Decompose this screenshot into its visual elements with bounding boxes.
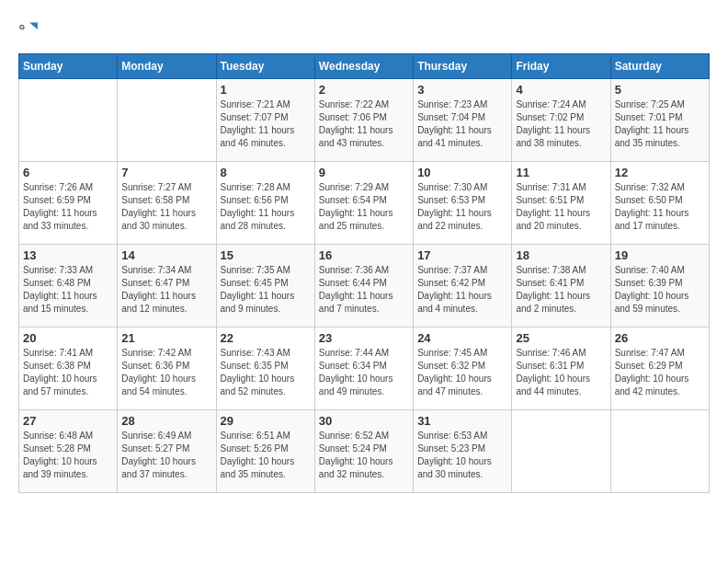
calendar-cell: 12Sunrise: 7:32 AM Sunset: 6:50 PM Dayli… — [610, 162, 709, 245]
calendar-cell: 26Sunrise: 7:47 AM Sunset: 6:29 PM Dayli… — [610, 327, 709, 410]
day-number: 24 — [417, 331, 507, 345]
cell-content: Sunrise: 6:49 AM Sunset: 5:27 PM Dayligh… — [121, 430, 211, 481]
day-number: 17 — [417, 248, 507, 262]
svg-text:G: G — [19, 23, 25, 31]
calendar-cell: 6Sunrise: 7:26 AM Sunset: 6:59 PM Daylig… — [19, 162, 118, 245]
cell-content: Sunrise: 7:22 AM Sunset: 7:06 PM Dayligh… — [319, 98, 409, 150]
day-number: 28 — [121, 414, 211, 428]
day-number: 27 — [23, 414, 113, 428]
calendar-cell: 15Sunrise: 7:35 AM Sunset: 6:45 PM Dayli… — [216, 245, 314, 327]
day-number: 5 — [615, 83, 705, 97]
day-number: 12 — [615, 166, 705, 179]
calendar-table: SundayMondayTuesdayWednesdayThursdayFrid… — [18, 53, 710, 493]
cell-content: Sunrise: 7:46 AM Sunset: 6:31 PM Dayligh… — [516, 347, 606, 398]
cell-content: Sunrise: 7:23 AM Sunset: 7:04 PM Dayligh… — [417, 98, 507, 150]
weekday-header-thursday: Thursday — [414, 54, 512, 79]
cell-content: Sunrise: 6:48 AM Sunset: 5:28 PM Dayligh… — [23, 430, 113, 481]
calendar-cell: 25Sunrise: 7:46 AM Sunset: 6:31 PM Dayli… — [512, 327, 610, 410]
calendar-body: 1Sunrise: 7:21 AM Sunset: 7:07 PM Daylig… — [19, 79, 710, 493]
calendar-cell: 3Sunrise: 7:23 AM Sunset: 7:04 PM Daylig… — [414, 79, 512, 162]
cell-content: Sunrise: 6:51 AM Sunset: 5:26 PM Dayligh… — [221, 430, 311, 481]
page-header: G — [18, 18, 710, 39]
day-number: 14 — [121, 248, 211, 262]
calendar-cell: 5Sunrise: 7:25 AM Sunset: 7:01 PM Daylig… — [610, 79, 709, 162]
calendar-week-row: 1Sunrise: 7:21 AM Sunset: 7:07 PM Daylig… — [19, 79, 710, 162]
day-number: 8 — [221, 166, 311, 179]
day-number: 11 — [516, 166, 606, 179]
day-number: 16 — [319, 248, 409, 262]
weekday-header-sunday: Sunday — [19, 54, 118, 79]
calendar-cell: 20Sunrise: 7:41 AM Sunset: 6:38 PM Dayli… — [19, 327, 118, 410]
calendar-cell: 13Sunrise: 7:33 AM Sunset: 6:48 PM Dayli… — [19, 245, 118, 327]
cell-content: Sunrise: 7:25 AM Sunset: 7:01 PM Dayligh… — [615, 98, 705, 150]
cell-content: Sunrise: 7:40 AM Sunset: 6:39 PM Dayligh… — [615, 264, 705, 316]
cell-content: Sunrise: 7:45 AM Sunset: 6:32 PM Dayligh… — [417, 347, 507, 398]
calendar-cell — [610, 410, 709, 493]
day-number: 21 — [121, 331, 211, 345]
weekday-header-wednesday: Wednesday — [314, 54, 413, 79]
cell-content: Sunrise: 7:43 AM Sunset: 6:35 PM Dayligh… — [221, 347, 311, 398]
svg-marker-2 — [29, 22, 38, 29]
logo-icon: G — [18, 18, 39, 39]
calendar-cell: 27Sunrise: 6:48 AM Sunset: 5:28 PM Dayli… — [19, 410, 118, 493]
calendar-cell: 11Sunrise: 7:31 AM Sunset: 6:51 PM Dayli… — [512, 162, 610, 245]
cell-content: Sunrise: 7:42 AM Sunset: 6:36 PM Dayligh… — [121, 347, 211, 398]
day-number: 15 — [221, 248, 311, 262]
calendar-cell: 23Sunrise: 7:44 AM Sunset: 6:34 PM Dayli… — [314, 327, 413, 410]
cell-content: Sunrise: 7:35 AM Sunset: 6:45 PM Dayligh… — [221, 264, 311, 316]
cell-content: Sunrise: 7:34 AM Sunset: 6:47 PM Dayligh… — [121, 264, 211, 316]
cell-content: Sunrise: 7:47 AM Sunset: 6:29 PM Dayligh… — [615, 347, 705, 398]
cell-content: Sunrise: 7:32 AM Sunset: 6:50 PM Dayligh… — [615, 181, 705, 233]
day-number: 30 — [319, 414, 409, 428]
day-number: 6 — [23, 166, 113, 179]
calendar-cell: 14Sunrise: 7:34 AM Sunset: 6:47 PM Dayli… — [118, 245, 216, 327]
day-number: 3 — [417, 83, 507, 97]
day-number: 26 — [615, 331, 705, 345]
day-number: 9 — [319, 166, 409, 179]
cell-content: Sunrise: 7:44 AM Sunset: 6:34 PM Dayligh… — [319, 347, 409, 398]
calendar-cell: 21Sunrise: 7:42 AM Sunset: 6:36 PM Dayli… — [118, 327, 216, 410]
cell-content: Sunrise: 7:21 AM Sunset: 7:07 PM Dayligh… — [221, 98, 311, 150]
calendar-cell: 17Sunrise: 7:37 AM Sunset: 6:42 PM Dayli… — [414, 245, 512, 327]
cell-content: Sunrise: 7:24 AM Sunset: 7:02 PM Dayligh… — [516, 98, 606, 150]
calendar-cell: 28Sunrise: 6:49 AM Sunset: 5:27 PM Dayli… — [118, 410, 216, 493]
cell-content: Sunrise: 7:30 AM Sunset: 6:53 PM Dayligh… — [417, 181, 507, 233]
day-number: 7 — [121, 166, 211, 179]
day-number: 22 — [221, 331, 311, 345]
calendar-week-row: 6Sunrise: 7:26 AM Sunset: 6:59 PM Daylig… — [19, 162, 710, 245]
weekday-header-friday: Friday — [512, 54, 610, 79]
day-number: 23 — [319, 331, 409, 345]
day-number: 13 — [23, 248, 113, 262]
cell-content: Sunrise: 7:33 AM Sunset: 6:48 PM Dayligh… — [23, 264, 113, 316]
calendar-cell: 30Sunrise: 6:52 AM Sunset: 5:24 PM Dayli… — [314, 410, 413, 493]
calendar-cell: 2Sunrise: 7:22 AM Sunset: 7:06 PM Daylig… — [314, 79, 413, 162]
cell-content: Sunrise: 7:27 AM Sunset: 6:58 PM Dayligh… — [121, 181, 211, 233]
day-number: 2 — [319, 83, 409, 97]
day-number: 10 — [417, 166, 507, 179]
calendar-cell: 16Sunrise: 7:36 AM Sunset: 6:44 PM Dayli… — [314, 245, 413, 327]
day-number: 18 — [516, 248, 606, 262]
day-number: 29 — [221, 414, 311, 428]
logo: G — [18, 18, 42, 39]
cell-content: Sunrise: 7:41 AM Sunset: 6:38 PM Dayligh… — [23, 347, 113, 398]
calendar-week-row: 27Sunrise: 6:48 AM Sunset: 5:28 PM Dayli… — [19, 410, 710, 493]
calendar-cell: 19Sunrise: 7:40 AM Sunset: 6:39 PM Dayli… — [610, 245, 709, 327]
cell-content: Sunrise: 6:53 AM Sunset: 5:23 PM Dayligh… — [417, 430, 507, 481]
day-number: 1 — [221, 83, 311, 97]
weekday-header-monday: Monday — [118, 54, 216, 79]
calendar-cell — [512, 410, 610, 493]
cell-content: Sunrise: 7:36 AM Sunset: 6:44 PM Dayligh… — [319, 264, 409, 316]
calendar-cell: 7Sunrise: 7:27 AM Sunset: 6:58 PM Daylig… — [118, 162, 216, 245]
calendar-cell: 1Sunrise: 7:21 AM Sunset: 7:07 PM Daylig… — [216, 79, 314, 162]
day-number: 20 — [23, 331, 113, 345]
calendar-cell — [19, 79, 118, 162]
cell-content: Sunrise: 7:26 AM Sunset: 6:59 PM Dayligh… — [23, 181, 113, 233]
calendar-cell: 9Sunrise: 7:29 AM Sunset: 6:54 PM Daylig… — [314, 162, 413, 245]
calendar-cell: 4Sunrise: 7:24 AM Sunset: 7:02 PM Daylig… — [512, 79, 610, 162]
weekday-header-row: SundayMondayTuesdayWednesdayThursdayFrid… — [19, 54, 710, 79]
cell-content: Sunrise: 6:52 AM Sunset: 5:24 PM Dayligh… — [319, 430, 409, 481]
calendar-week-row: 20Sunrise: 7:41 AM Sunset: 6:38 PM Dayli… — [19, 327, 710, 410]
day-number: 25 — [516, 331, 606, 345]
cell-content: Sunrise: 7:37 AM Sunset: 6:42 PM Dayligh… — [417, 264, 507, 316]
calendar-week-row: 13Sunrise: 7:33 AM Sunset: 6:48 PM Dayli… — [19, 245, 710, 327]
